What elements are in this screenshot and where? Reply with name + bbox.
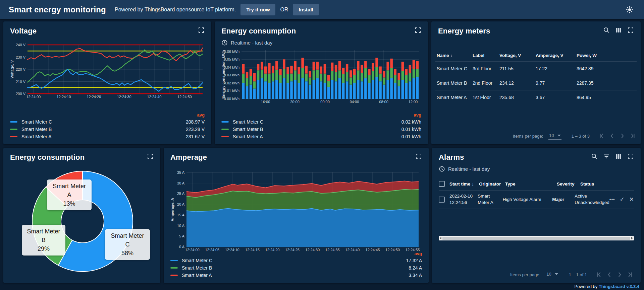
svg-text:12:24:10: 12:24:10 [57, 95, 71, 99]
header-subtitle: Powered by ThingsBoard opensource IoT pl… [115, 7, 236, 13]
table-row[interactable]: Smart Meter C3rd Floor211.5517.223642.89 [435, 62, 637, 76]
legend-item[interactable]: Smart Meter A3.34 A [170, 272, 422, 279]
svg-text:12:24:40: 12:24:40 [345, 248, 360, 251]
timewindow-control[interactable]: Realtime - last day [439, 166, 634, 172]
install-button[interactable]: Install [293, 4, 319, 15]
legend-item[interactable]: Smart Meter B8.24 A [170, 264, 422, 272]
sort-desc-icon: ↓ [472, 182, 474, 187]
column-header-label[interactable]: Label [471, 50, 498, 62]
previous-page-icon[interactable] [608, 132, 616, 140]
fullscreen-icon[interactable] [198, 27, 205, 33]
columns-icon[interactable] [615, 153, 622, 160]
items-per-page-select[interactable]: 10 [548, 132, 561, 140]
column-header-voltage[interactable]: Voltage, V [498, 50, 534, 62]
next-page-icon[interactable] [618, 132, 627, 140]
powered-by-footer: Powered by Thingsboard v.3.3.4 [575, 284, 639, 289]
fullscreen-icon[interactable] [627, 27, 634, 33]
pie-slice-label[interactable]: Smart Meter C58% [105, 229, 150, 260]
scroll-left-arrow-icon[interactable] [440, 237, 441, 239]
column-header-originator[interactable]: Originator [479, 182, 503, 187]
svg-text:35 A: 35 A [177, 170, 185, 174]
voltage-legend: avg Smart Meter C208.97 V Smart Meter B2… [10, 113, 205, 140]
svg-text:12:00: 12:00 [409, 100, 418, 104]
light-theme-toggle[interactable] [624, 4, 635, 15]
columns-icon[interactable] [615, 27, 622, 33]
previous-page-icon[interactable] [605, 270, 614, 279]
svg-text:210 V: 210 V [16, 80, 25, 84]
timewindow-control[interactable]: Realtime - last day [221, 40, 421, 46]
scrollbar-thumb[interactable] [442, 237, 630, 240]
legend-item[interactable]: Smart Meter B223.28 V [10, 126, 205, 133]
items-per-page-label: Items per page: [510, 272, 540, 277]
svg-text:12:24:10: 12:24:10 [225, 248, 239, 251]
page-range-label: 1 – 1 of 1 [569, 272, 587, 277]
svg-text:0.06 kWh: 0.06 kWh [224, 50, 239, 54]
pie-slice-label[interactable]: Smart Meter B29% [22, 225, 65, 256]
legend-item[interactable]: Smart Meter B0.01 kWh [221, 126, 421, 133]
dashboard-grid: Voltage 200 V210 V220 V230 V240 V12:24:0… [0, 19, 644, 283]
legend-item[interactable]: Smart Meter C208.97 V [10, 118, 205, 126]
series-color-dash [10, 121, 17, 123]
svg-text:30 A: 30 A [177, 181, 185, 185]
series-color-dash [170, 267, 178, 269]
svg-text:0.01 kWh: 0.01 kWh [224, 89, 239, 93]
amperage-widget: Amperage 0 A5 A10 A15 A20 A25 A30 A35 A1… [164, 148, 429, 283]
svg-text:230 V: 230 V [16, 55, 25, 59]
fullscreen-icon[interactable] [627, 153, 634, 160]
legend-avg-header: avg [170, 251, 422, 256]
search-icon[interactable] [591, 153, 598, 160]
acknowledge-icon[interactable]: ✓ [620, 196, 625, 203]
svg-text:220 V: 220 V [16, 67, 25, 71]
row-checkbox[interactable] [439, 197, 445, 203]
fullscreen-icon[interactable] [147, 153, 154, 160]
first-page-icon[interactable] [598, 132, 606, 140]
table-row[interactable]: Smart Meter A1st Floor235.683.67864.95 [435, 90, 637, 105]
horizontal-scrollbar[interactable] [439, 236, 634, 240]
fullscreen-icon[interactable] [415, 153, 422, 160]
column-header-start-time[interactable]: Start time↓ [449, 182, 476, 187]
column-header-type[interactable]: Type [505, 182, 543, 187]
svg-text:Amperage, A: Amperage, A [170, 198, 174, 222]
page-range-label: 1 – 3 of 3 [572, 134, 590, 139]
filter-icon[interactable] [603, 153, 610, 160]
svg-text:0.02 kWh: 0.02 kWh [224, 81, 239, 85]
pie-slice-label[interactable]: Smart Meter A13% [47, 179, 92, 210]
voltage-widget-title: Voltage [10, 27, 37, 35]
clear-alarm-icon[interactable]: ✕ [629, 196, 634, 203]
scroll-right-arrow-icon[interactable] [631, 237, 633, 239]
legend-avg-header: avg [221, 113, 421, 118]
thingsboard-version-link[interactable]: Thingsboard v.3.3.4 [599, 284, 639, 289]
next-page-icon[interactable] [615, 270, 624, 279]
energy-consumption-bar-chart[interactable]: 0.00 kWh0.01 kWh0.02 kWh0.03 kWh0.04 kWh… [221, 49, 421, 105]
fullscreen-icon[interactable] [415, 27, 421, 33]
last-page-icon[interactable] [628, 132, 637, 140]
legend-item[interactable]: Smart Meter C0.02 kWh [221, 118, 421, 126]
column-header-status[interactable]: Status [580, 182, 621, 187]
last-page-icon[interactable] [625, 270, 634, 279]
table-pagination: Items per page: 10 1 – 1 of 1 [439, 268, 634, 279]
series-color-dash [170, 275, 178, 276]
select-all-checkbox[interactable] [439, 181, 445, 187]
amperage-area-chart[interactable]: 0 A5 A10 A15 A20 A25 A30 A35 A12:24:0012… [170, 170, 422, 251]
svg-text:20 A: 20 A [177, 202, 185, 206]
legend-avg-header: avg [10, 113, 205, 118]
items-per-page-select[interactable]: 10 [546, 271, 558, 278]
table-row[interactable]: Smart Meter B2nd Floor234.129.772287.35 [435, 76, 637, 90]
search-icon[interactable] [603, 27, 610, 33]
more-actions-icon[interactable]: ••• [609, 197, 615, 202]
column-header-name[interactable]: Name↓ [435, 50, 471, 62]
column-header-amperage[interactable]: Amperage, V [534, 50, 575, 62]
column-header-power[interactable]: Power, W [575, 50, 637, 62]
clock-icon [439, 166, 445, 172]
legend-item[interactable]: Smart Meter A231.67 V [10, 133, 205, 140]
energy-consumption-pie-widget: Energy consumption Smart Meter A13% Smar… [3, 148, 160, 283]
try-it-now-button[interactable]: Try it now [240, 4, 275, 15]
first-page-icon[interactable] [595, 270, 604, 279]
legend-item[interactable]: Smart Meter A0.01 kWh [221, 133, 421, 140]
column-header-severity[interactable]: Severity [557, 182, 578, 187]
legend-item[interactable]: Smart Meter C17.32 A [170, 257, 422, 264]
alarm-row[interactable]: 2022-02-1012:24:56 Smart Meter A High Vo… [439, 190, 634, 209]
voltage-line-chart[interactable]: 200 V210 V220 V230 V240 V12:24:0012:24:1… [10, 43, 205, 100]
timewindow-label: Realtime - last day [448, 166, 490, 172]
svg-text:12:24:25: 12:24:25 [285, 248, 300, 251]
